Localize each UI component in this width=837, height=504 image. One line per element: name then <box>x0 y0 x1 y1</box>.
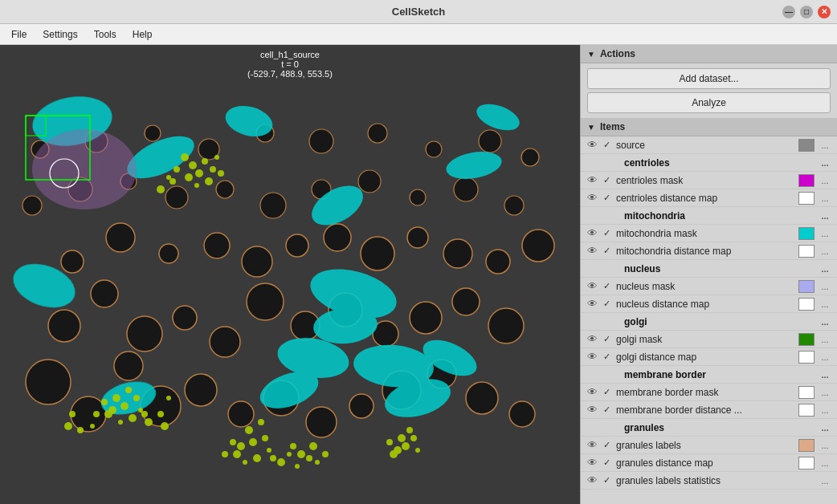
item-dots-button[interactable]: ... <box>816 333 834 346</box>
list-item[interactable]: granules... <box>581 419 837 437</box>
list-item[interactable]: 👁✓golgi distance map... <box>581 348 837 366</box>
visibility-eye-icon[interactable]: 👁 <box>584 386 600 399</box>
item-dots-button[interactable]: ... <box>816 245 834 258</box>
color-swatch[interactable] <box>798 139 815 152</box>
svg-point-2 <box>26 360 71 404</box>
color-swatch[interactable] <box>798 174 815 187</box>
list-item[interactable]: 👁✓source... <box>581 136 837 154</box>
check-icon[interactable]: ✓ <box>600 333 613 346</box>
list-item[interactable]: 👁✓granules labels... <box>581 437 837 454</box>
color-swatch[interactable] <box>798 333 815 346</box>
group-dots-button[interactable]: ... <box>816 262 834 275</box>
visibility-eye-icon[interactable]: 👁 <box>584 280 600 293</box>
color-swatch[interactable] <box>798 386 815 399</box>
list-item[interactable]: 👁✓mitochondria distance map... <box>581 242 837 260</box>
check-icon[interactable]: ✓ <box>600 474 613 487</box>
check-icon[interactable]: ✓ <box>600 192 613 205</box>
check-icon[interactable]: ✓ <box>600 245 613 258</box>
color-swatch[interactable] <box>798 227 815 240</box>
check-icon[interactable]: ✓ <box>600 404 613 417</box>
list-item[interactable]: 👁✓granules labels statistics... <box>581 472 837 490</box>
menu-item-settings[interactable]: Settings <box>35 26 85 43</box>
color-swatch[interactable] <box>798 457 815 469</box>
list-item[interactable]: membrane border... <box>581 366 837 384</box>
check-icon[interactable]: ✓ <box>600 439 613 452</box>
actions-section-header[interactable]: ▼ Actions <box>581 45 837 63</box>
color-swatch[interactable] <box>798 404 815 417</box>
list-item[interactable]: 👁✓golgi mask... <box>581 331 837 348</box>
item-dots-button[interactable]: ... <box>816 439 834 452</box>
svg-point-31 <box>242 246 272 277</box>
svg-point-34 <box>361 237 394 270</box>
group-dots-button[interactable]: ... <box>816 368 834 381</box>
visibility-eye-icon[interactable]: 👁 <box>584 474 600 487</box>
item-dots-button[interactable]: ... <box>816 174 834 187</box>
item-dots-button[interactable]: ... <box>816 192 834 205</box>
list-item[interactable]: 👁✓centrioles mask... <box>581 172 837 189</box>
visibility-eye-icon[interactable]: 👁 <box>584 457 600 469</box>
color-swatch[interactable] <box>798 439 815 452</box>
list-item[interactable]: centrioles... <box>581 154 837 172</box>
list-item[interactable]: 👁✓nucleus mask... <box>581 278 837 295</box>
visibility-eye-icon[interactable]: 👁 <box>584 174 600 187</box>
item-dots-button[interactable]: ... <box>816 474 834 487</box>
visibility-eye-icon[interactable]: 👁 <box>584 245 600 258</box>
color-swatch[interactable] <box>798 351 815 364</box>
visibility-eye-icon[interactable]: 👁 <box>584 333 600 346</box>
visibility-eye-icon[interactable]: 👁 <box>584 139 600 152</box>
list-item[interactable]: 👁✓granules distance map... <box>581 454 837 472</box>
check-icon[interactable]: ✓ <box>600 457 613 469</box>
group-dots-button[interactable]: ... <box>816 209 834 222</box>
list-item[interactable]: golgi... <box>581 313 837 331</box>
add-dataset-button[interactable]: Add dataset... <box>587 68 831 89</box>
list-item[interactable]: 👁✓centrioles distance map... <box>581 189 837 207</box>
item-dots-button[interactable]: ... <box>816 139 834 152</box>
menu-item-help[interactable]: Help <box>125 26 161 43</box>
list-item[interactable]: 👁✓mitochondria mask... <box>581 225 837 242</box>
color-swatch[interactable] <box>798 298 815 311</box>
visibility-eye-icon[interactable]: 👁 <box>584 439 600 452</box>
svg-point-6 <box>185 374 217 406</box>
list-item[interactable]: mitochondria... <box>581 207 837 225</box>
check-icon[interactable]: ✓ <box>600 386 613 399</box>
check-icon[interactable]: ✓ <box>600 227 613 240</box>
visibility-eye-icon[interactable]: 👁 <box>584 192 600 205</box>
visibility-eye-icon[interactable]: 👁 <box>584 404 600 417</box>
check-icon[interactable]: ✓ <box>600 174 613 187</box>
color-swatch[interactable] <box>798 245 815 258</box>
visibility-eye-icon[interactable]: 👁 <box>584 227 600 240</box>
svg-point-83 <box>218 170 224 177</box>
item-dots-button[interactable]: ... <box>816 227 834 240</box>
canvas-area[interactable]: cell_h1_source t = 0 (-529.7, 488.9, 553… <box>0 45 580 504</box>
item-dots-button[interactable]: ... <box>816 404 834 417</box>
check-icon[interactable]: ✓ <box>600 298 613 311</box>
visibility-eye-icon[interactable]: 👁 <box>584 351 600 364</box>
list-item[interactable]: nucleus... <box>581 260 837 278</box>
color-swatch[interactable] <box>798 192 815 205</box>
item-dots-button[interactable]: ... <box>816 386 834 399</box>
check-icon[interactable]: ✓ <box>600 139 613 152</box>
maximize-button[interactable]: □ <box>800 6 813 18</box>
item-dots-button[interactable]: ... <box>816 351 834 364</box>
item-dots-button[interactable]: ... <box>816 280 834 293</box>
svg-point-90 <box>125 387 132 393</box>
minimize-button[interactable]: — <box>782 6 795 18</box>
items-section-header[interactable]: ▼ Items <box>581 118 837 136</box>
group-dots-button[interactable]: ... <box>816 315 834 328</box>
color-swatch[interactable] <box>798 280 815 293</box>
list-item[interactable]: 👁✓membrane border mask... <box>581 384 837 401</box>
close-button[interactable]: ✕ <box>818 6 831 18</box>
item-dots-button[interactable]: ... <box>816 298 834 311</box>
group-dots-button[interactable]: ... <box>816 421 834 434</box>
analyze-button[interactable]: Analyze <box>587 92 831 113</box>
svg-point-18 <box>173 306 197 330</box>
item-dots-button[interactable]: ... <box>816 457 834 469</box>
list-item[interactable]: 👁✓membrane border distance ...... <box>581 401 837 419</box>
menu-item-tools[interactable]: Tools <box>86 26 125 43</box>
visibility-eye-icon[interactable]: 👁 <box>584 298 600 311</box>
group-dots-button[interactable]: ... <box>816 156 834 169</box>
check-icon[interactable]: ✓ <box>600 280 613 293</box>
menu-item-file[interactable]: File <box>3 26 35 43</box>
check-icon[interactable]: ✓ <box>600 351 613 364</box>
list-item[interactable]: 👁✓nucleus distance map... <box>581 295 837 313</box>
